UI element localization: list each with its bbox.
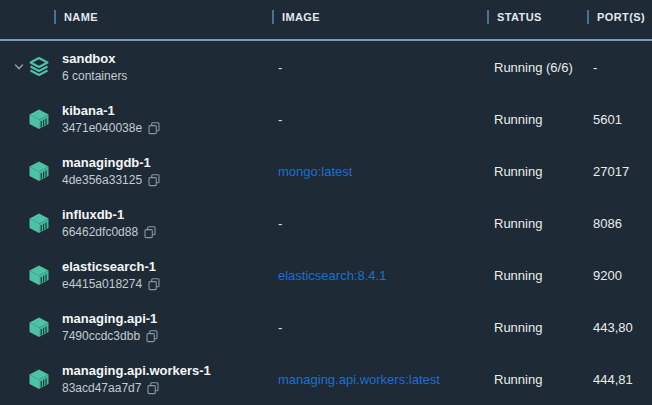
column-header-name[interactable]: NAME	[52, 10, 270, 24]
cell-image-link[interactable]: managing.api.workers:latest	[270, 372, 485, 387]
column-header-ports[interactable]: PORT(S)	[585, 10, 652, 24]
cell-ports: 9200	[585, 268, 652, 283]
cell-status: Running (6/6)	[485, 60, 585, 75]
column-header-image[interactable]: IMAGE	[270, 10, 485, 24]
container-id: 3471e040038e	[62, 120, 142, 137]
table-row-kibana-1[interactable]: kibana-1 3471e040038e - Running 5601	[0, 93, 652, 145]
cell-ports: 8086	[585, 216, 652, 231]
copy-icon[interactable]	[148, 278, 160, 291]
container-name: managingdb-1	[62, 154, 270, 172]
table-row-sandbox[interactable]: sandbox 6 containers - Running (6/6) -	[0, 41, 652, 93]
container-id: 66462dfc0d88	[62, 224, 138, 241]
cell-image-link[interactable]: mongo:latest	[270, 164, 485, 179]
column-header-name-label: NAME	[64, 11, 98, 23]
cell-name: sandbox 6 containers	[52, 50, 270, 85]
column-divider	[487, 10, 489, 24]
cell-expander	[0, 41, 52, 93]
column-header-image-label: IMAGE	[282, 11, 320, 23]
table-row-managingdb-1[interactable]: managingdb-1 4de356a33125 mongo:latest R…	[0, 145, 652, 197]
cell-ports: 5601	[585, 112, 652, 127]
container-id: 4de356a33125	[62, 172, 142, 189]
cell-status: Running	[485, 112, 585, 127]
cell-expander	[0, 249, 52, 301]
container-name: elasticsearch-1	[62, 258, 270, 276]
cell-status: Running	[485, 268, 585, 283]
column-header-status[interactable]: STATUS	[485, 10, 585, 24]
container-name: managing.api.workers-1	[62, 362, 270, 380]
containers-table: NAME IMAGE STATUS PORT(S)	[0, 0, 652, 405]
container-name: influxdb-1	[62, 206, 270, 224]
cell-expander	[0, 301, 52, 353]
cell-name: managing.api.workers-1 83acd47aa7d7	[52, 362, 270, 397]
container-name: managing.api-1	[62, 310, 270, 328]
container-icon	[28, 160, 50, 182]
cell-image-link[interactable]: elasticsearch:8.4.1	[270, 268, 485, 283]
cell-ports: 444,81	[585, 372, 652, 387]
column-divider	[272, 10, 274, 24]
cell-name: kibana-1 3471e040038e	[52, 102, 270, 137]
cell-expander	[0, 145, 52, 197]
cell-name: managing.api-1 7490ccdc3dbb	[52, 310, 270, 345]
cell-ports: 443,80	[585, 320, 652, 335]
stack-icon	[28, 56, 50, 78]
container-name: kibana-1	[62, 102, 270, 120]
cell-image: -	[270, 216, 485, 231]
cell-status: Running	[485, 320, 585, 335]
cell-status: Running	[485, 164, 585, 179]
cell-image: -	[270, 320, 485, 335]
column-divider	[54, 10, 56, 24]
cell-name: managingdb-1 4de356a33125	[52, 154, 270, 189]
container-name: sandbox	[62, 50, 270, 68]
copy-icon[interactable]	[146, 330, 158, 343]
cell-image: -	[270, 60, 485, 75]
copy-icon[interactable]	[148, 122, 160, 135]
table-row-managing-api-1[interactable]: managing.api-1 7490ccdc3dbb - Running 44…	[0, 301, 652, 353]
cell-image: -	[270, 112, 485, 127]
container-icon	[28, 316, 50, 338]
table-row-influxdb-1[interactable]: influxdb-1 66462dfc0d88 - Running 8086	[0, 197, 652, 249]
copy-icon[interactable]	[144, 226, 156, 239]
copy-icon[interactable]	[148, 174, 160, 187]
table-row-managing-api-workers-1[interactable]: managing.api.workers-1 83acd47aa7d7 mana…	[0, 353, 652, 405]
container-icon	[28, 212, 50, 234]
cell-status: Running	[485, 372, 585, 387]
column-divider	[587, 10, 589, 24]
chevron-down-icon[interactable]	[13, 61, 26, 73]
cell-ports: 27017	[585, 164, 652, 179]
cell-expander	[0, 353, 52, 405]
container-icon	[28, 264, 50, 286]
cell-ports: -	[585, 60, 652, 75]
table-row-elasticsearch-1[interactable]: elasticsearch-1 e4415a018274 elasticsear…	[0, 249, 652, 301]
column-header-status-label: STATUS	[497, 11, 542, 23]
cell-name: influxdb-1 66462dfc0d88	[52, 206, 270, 241]
container-icon	[28, 368, 50, 390]
cell-name: elasticsearch-1 e4415a018274	[52, 258, 270, 293]
cell-status: Running	[485, 216, 585, 231]
container-id: e4415a018274	[62, 276, 142, 293]
column-header-ports-label: PORT(S)	[597, 11, 645, 23]
table-header: NAME IMAGE STATUS PORT(S)	[0, 0, 652, 41]
container-id: 7490ccdc3dbb	[62, 328, 140, 345]
copy-icon[interactable]	[147, 382, 159, 395]
container-id: 83acd47aa7d7	[62, 380, 141, 397]
cell-expander	[0, 197, 52, 249]
container-icon	[28, 108, 50, 130]
cell-expander	[0, 93, 52, 145]
container-count: 6 containers	[62, 68, 127, 85]
